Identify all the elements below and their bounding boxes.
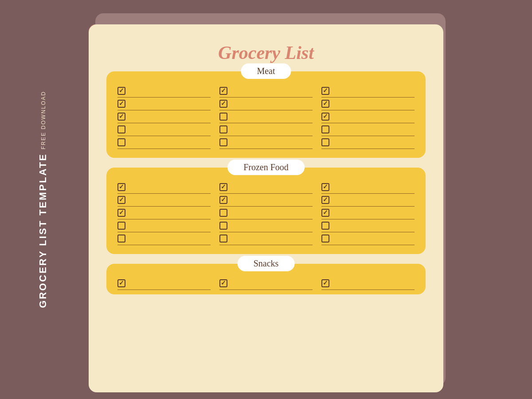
checkbox[interactable] [321, 138, 329, 146]
list-item[interactable]: ✓ [321, 207, 415, 219]
checkbox[interactable]: ✓ [321, 209, 329, 217]
snacks-checklist: ✓ ✓ ✓ [117, 277, 415, 290]
list-item[interactable] [219, 136, 313, 149]
list-item[interactable]: ✓ [321, 181, 415, 194]
list-item[interactable]: ✓ [117, 207, 211, 219]
list-item[interactable]: ✓ [321, 194, 415, 207]
list-item[interactable]: ✓ [117, 110, 211, 123]
list-item[interactable]: ✓ [117, 277, 211, 290]
list-item[interactable]: ✓ [219, 85, 313, 98]
checkbox[interactable] [321, 235, 329, 243]
list-item[interactable]: ✓ [219, 181, 313, 194]
list-item[interactable] [219, 207, 313, 219]
checkbox[interactable]: ✓ [321, 196, 329, 204]
list-item[interactable] [321, 232, 415, 245]
checkbox[interactable] [219, 125, 227, 133]
meat-checklist: ✓ ✓ ✓ ✓ ✓ [117, 85, 415, 149]
checkbox[interactable] [219, 113, 227, 121]
checkbox[interactable]: ✓ [219, 183, 227, 191]
list-item[interactable]: ✓ [321, 85, 415, 98]
list-item[interactable]: ✓ [219, 98, 313, 110]
list-item[interactable] [219, 219, 313, 232]
checkbox[interactable]: ✓ [219, 279, 227, 287]
list-item[interactable]: ✓ [117, 85, 211, 98]
snacks-label: Snacks [238, 256, 295, 271]
checkbox[interactable]: ✓ [117, 196, 125, 204]
checkbox[interactable] [321, 125, 329, 133]
checkbox[interactable]: ✓ [321, 279, 329, 287]
checkbox[interactable]: ✓ [117, 183, 125, 191]
list-item[interactable]: ✓ [117, 98, 211, 110]
list-item[interactable] [117, 123, 211, 136]
checkbox[interactable]: ✓ [321, 100, 329, 108]
list-item[interactable] [219, 123, 313, 136]
list-item[interactable]: ✓ [321, 277, 415, 290]
list-item[interactable]: ✓ [321, 98, 415, 110]
snacks-section: Snacks ✓ ✓ ✓ [106, 264, 426, 294]
frozen-food-label: Frozen Food [227, 160, 305, 175]
checkbox[interactable]: ✓ [321, 183, 329, 191]
list-item[interactable] [219, 232, 313, 245]
checkbox[interactable] [117, 138, 125, 146]
list-item[interactable]: ✓ [219, 194, 313, 207]
meat-label: Meat [241, 63, 291, 79]
checkbox[interactable] [219, 209, 227, 217]
list-item[interactable]: ✓ [219, 277, 313, 290]
checkbox[interactable]: ✓ [117, 279, 125, 287]
meat-section: Meat ✓ ✓ ✓ ✓ [106, 71, 426, 158]
checkbox[interactable] [219, 235, 227, 243]
checkbox[interactable]: ✓ [117, 87, 125, 95]
checkbox[interactable] [117, 235, 125, 243]
checkbox[interactable]: ✓ [219, 87, 227, 95]
checkbox[interactable] [219, 222, 227, 230]
checkbox[interactable]: ✓ [219, 196, 227, 204]
paper: Grocery List Meat ✓ ✓ ✓ [89, 24, 443, 392]
checkbox[interactable]: ✓ [321, 113, 329, 121]
checkbox[interactable]: ✓ [117, 209, 125, 217]
checkbox[interactable] [219, 138, 227, 146]
list-item[interactable]: ✓ [117, 194, 211, 207]
sidebar-free-label: FREE DOWNLOAD [40, 91, 47, 149]
frozen-food-section: Frozen Food ✓ ✓ ✓ ✓ [106, 168, 426, 254]
page-title: Grocery List [106, 42, 426, 63]
list-item[interactable] [117, 232, 211, 245]
frozen-food-checklist: ✓ ✓ ✓ ✓ ✓ [117, 181, 415, 245]
list-item[interactable] [117, 136, 211, 149]
checkbox[interactable]: ✓ [117, 113, 125, 121]
list-item[interactable] [321, 136, 415, 149]
sidebar: FREE DOWNLOAD GROCERY LIST TEMPLATE [0, 0, 86, 399]
list-item[interactable] [321, 219, 415, 232]
list-item[interactable]: ✓ [321, 110, 415, 123]
list-item[interactable] [117, 219, 211, 232]
checkbox[interactable] [321, 222, 329, 230]
checkbox[interactable]: ✓ [117, 100, 125, 108]
checkbox[interactable] [117, 222, 125, 230]
sidebar-main-label: GROCERY LIST TEMPLATE [38, 153, 48, 308]
checkbox[interactable]: ✓ [219, 100, 227, 108]
list-item[interactable] [321, 123, 415, 136]
checkbox[interactable] [117, 125, 125, 133]
outer-wrapper: Grocery List Meat ✓ ✓ ✓ [0, 0, 532, 399]
list-item[interactable]: ✓ [117, 181, 211, 194]
list-item[interactable] [219, 110, 313, 123]
checkbox[interactable]: ✓ [321, 87, 329, 95]
